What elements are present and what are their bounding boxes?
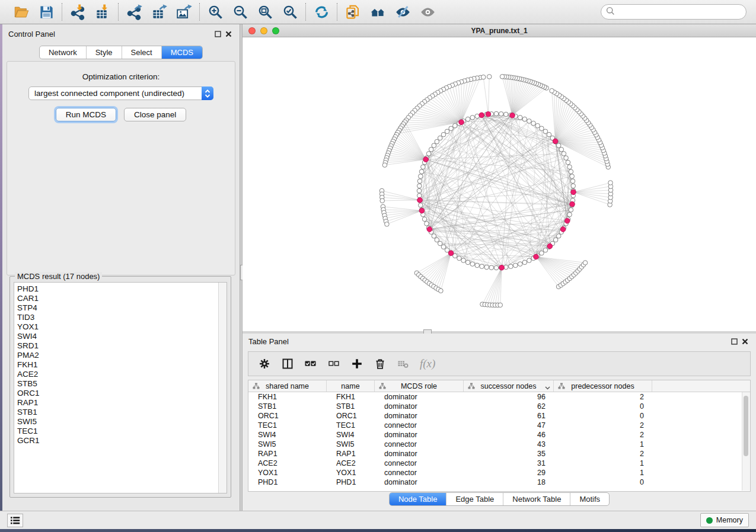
deselect-all-icon[interactable] bbox=[327, 357, 340, 370]
cell-successor-nodes: 61 bbox=[464, 411, 554, 421]
column-header-predecessor-nodes[interactable]: predecessor nodes bbox=[554, 380, 652, 392]
run-mcds-button[interactable]: Run MCDS bbox=[56, 108, 116, 121]
mcds-result-item[interactable]: STB5 bbox=[14, 379, 218, 389]
mcds-result-list[interactable]: PHD1CAR1STP4TID3YOX1SWI4SRD1PMA2FKH1ACE2… bbox=[14, 282, 227, 493]
gear-icon[interactable] bbox=[258, 357, 271, 370]
table-row[interactable]: ACE2ACE2connector311 bbox=[248, 459, 750, 468]
houses-icon[interactable] bbox=[367, 2, 388, 22]
column-header-shared-name[interactable]: shared name bbox=[248, 380, 327, 392]
network-window-title: YPA_prune.txt_1 bbox=[243, 27, 756, 35]
refresh-icon[interactable] bbox=[311, 2, 332, 22]
mcds-result-item[interactable]: PMA2 bbox=[14, 351, 218, 360]
cell-name: SWI5 bbox=[327, 440, 375, 449]
table-row[interactable]: TEC1TEC1connector472 bbox=[248, 421, 750, 430]
table-scrollbar-thumb[interactable] bbox=[744, 396, 748, 456]
task-history-button[interactable] bbox=[7, 514, 23, 527]
float-panel-icon[interactable] bbox=[212, 29, 223, 39]
function-builder-icon: f(x) bbox=[420, 357, 435, 370]
select-all-icon[interactable] bbox=[304, 357, 317, 370]
cell-predecessor-nodes: 2 bbox=[554, 392, 652, 402]
column-label: successor nodes bbox=[481, 382, 537, 390]
mcds-result-item[interactable]: STB1 bbox=[14, 408, 218, 417]
network-view-canvas[interactable] bbox=[243, 37, 756, 331]
table-row[interactable]: FKH1FKH1dominator962 bbox=[248, 392, 750, 402]
table-row[interactable]: RAP1RAP1dominator352 bbox=[248, 449, 750, 459]
sort-desc-icon bbox=[545, 383, 550, 392]
network-graph[interactable] bbox=[243, 37, 756, 331]
mcds-result-item[interactable]: ACE2 bbox=[14, 370, 218, 379]
search-box[interactable] bbox=[601, 4, 747, 20]
mcds-result-item[interactable]: ORC1 bbox=[14, 389, 218, 398]
mcds-result-item[interactable]: SRD1 bbox=[14, 341, 218, 351]
table-row[interactable]: ORC1ORC1dominator610 bbox=[248, 411, 750, 421]
table-scrollbar[interactable] bbox=[742, 392, 750, 491]
zoom-out-icon[interactable] bbox=[229, 2, 251, 22]
mcds-result-item[interactable]: GCR1 bbox=[14, 436, 218, 446]
save-icon[interactable] bbox=[36, 2, 57, 22]
table-row[interactable]: SWI4SWI4dominator462 bbox=[248, 430, 750, 440]
tab-network[interactable]: Network bbox=[40, 46, 86, 59]
cell-name: PHD1 bbox=[327, 477, 375, 487]
tab-select[interactable]: Select bbox=[122, 46, 161, 59]
node-table[interactable]: shared namenameMCDS rolesuccessor nodesp… bbox=[248, 380, 751, 492]
export-table-icon[interactable] bbox=[148, 2, 170, 22]
tab-edge-table[interactable]: Edge Table bbox=[446, 493, 503, 505]
tab-motifs[interactable]: Motifs bbox=[570, 493, 609, 505]
cell-predecessor-nodes: 2 bbox=[554, 449, 652, 459]
memory-button[interactable]: Memory bbox=[700, 513, 749, 527]
add-icon[interactable] bbox=[350, 357, 363, 370]
mcds-result-item[interactable]: TID3 bbox=[14, 313, 218, 322]
cell-predecessor-nodes: 0 bbox=[554, 402, 652, 411]
column-header-successor-nodes[interactable]: successor nodes bbox=[464, 380, 554, 392]
cell-name: STB1 bbox=[327, 402, 375, 411]
zoom-selected-icon[interactable] bbox=[279, 2, 301, 22]
mcds-result-item[interactable]: YOX1 bbox=[14, 322, 218, 332]
tab-network-table[interactable]: Network Table bbox=[503, 493, 570, 505]
cell-successor-nodes: 18 bbox=[464, 477, 554, 487]
cell-successor-nodes: 96 bbox=[464, 392, 554, 402]
open-folder-icon[interactable] bbox=[11, 2, 32, 22]
table-row[interactable]: PHD1PHD1dominator180 bbox=[248, 477, 750, 487]
tab-style[interactable]: Style bbox=[86, 46, 122, 59]
export-network-icon[interactable] bbox=[123, 2, 145, 22]
cell-name: TEC1 bbox=[327, 421, 375, 430]
cell-shared-name: YOX1 bbox=[248, 468, 327, 477]
trash-icon[interactable] bbox=[374, 357, 387, 370]
criterion-dropdown[interactable]: largest connected component (undirected) bbox=[28, 86, 213, 100]
close-panel-icon[interactable] bbox=[223, 29, 234, 39]
close-panel-icon[interactable] bbox=[739, 336, 750, 346]
mcds-result-item[interactable]: PHD1 bbox=[14, 284, 218, 294]
table-row[interactable]: YOX1YOX1connector291 bbox=[248, 468, 750, 477]
tab-mcds[interactable]: MCDS bbox=[161, 46, 202, 59]
import-table-icon[interactable] bbox=[92, 2, 113, 22]
network-window-titlebar[interactable]: YPA_prune.txt_1 bbox=[243, 24, 756, 37]
zoom-fit-icon[interactable] bbox=[254, 2, 276, 22]
list-scrollbar[interactable] bbox=[218, 283, 227, 493]
mcds-result-item[interactable]: FKH1 bbox=[14, 360, 218, 370]
mcds-result-item[interactable]: CAR1 bbox=[14, 294, 218, 303]
zoom-in-icon[interactable] bbox=[205, 2, 226, 22]
mcds-result-item[interactable]: STP4 bbox=[14, 303, 218, 313]
float-panel-icon[interactable] bbox=[729, 336, 739, 346]
control-panel: Control Panel NetworkStyleSelectMCDS Opt… bbox=[2, 24, 240, 511]
table-row[interactable]: SWI5SWI5connector431 bbox=[248, 440, 750, 449]
table-row[interactable]: STB1STB1dominator620 bbox=[248, 402, 750, 411]
mcds-result-item[interactable]: SWI5 bbox=[14, 417, 218, 427]
mcds-result-item[interactable]: SWI4 bbox=[14, 332, 218, 341]
clone-network-icon[interactable] bbox=[342, 2, 363, 22]
mcds-result-item[interactable]: RAP1 bbox=[14, 398, 218, 408]
import-network-icon[interactable] bbox=[67, 2, 88, 22]
columns-icon[interactable] bbox=[281, 357, 294, 370]
export-image-icon[interactable] bbox=[173, 2, 194, 22]
close-panel-button[interactable]: Close panel bbox=[124, 108, 186, 121]
column-header-name[interactable]: name bbox=[327, 380, 375, 392]
cell-shared-name: SWI5 bbox=[248, 440, 327, 449]
cell-shared-name: PHD1 bbox=[248, 477, 327, 487]
cell-MCDS-role: connector bbox=[375, 468, 464, 477]
org-chart-icon bbox=[379, 383, 386, 391]
mcds-result-item[interactable]: TEC1 bbox=[14, 427, 218, 436]
column-header-MCDS-role[interactable]: MCDS role bbox=[375, 380, 464, 392]
search-input[interactable] bbox=[618, 7, 741, 17]
tab-node-table[interactable]: Node Table bbox=[390, 493, 446, 505]
hide-selected-icon[interactable] bbox=[392, 2, 413, 22]
